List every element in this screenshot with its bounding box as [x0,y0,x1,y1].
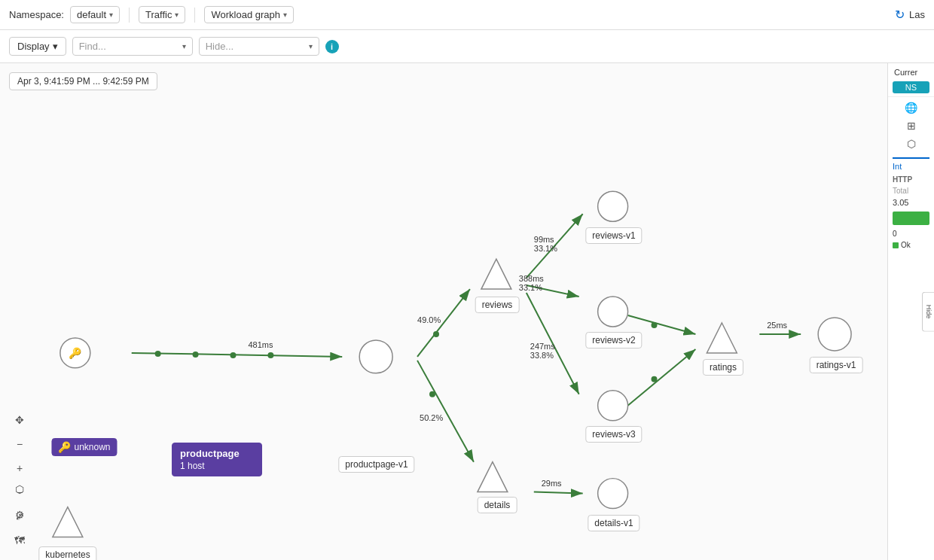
display-button[interactable]: Display ▾ [9,37,66,56]
move-tool-button[interactable]: ✥ [9,409,30,431]
traffic-value: Traffic [145,9,172,20]
graph-type-arrow: ▾ [283,11,287,19]
svg-text:25ms: 25ms [767,321,787,330]
svg-point-33 [359,340,392,373]
settings-icon[interactable]: ⚙ [9,504,30,525]
svg-point-12 [429,391,435,397]
svg-text:247ms: 247ms [530,342,555,351]
svg-text:33.8%: 33.8% [530,351,554,360]
details-label[interactable]: details [478,497,517,513]
total-label: Total [888,185,934,196]
ok-bar [893,212,929,225]
svg-marker-40 [478,462,508,492]
svg-text:99ms: 99ms [534,235,554,244]
svg-text:481ms: 481ms [248,340,273,349]
graph-area[interactable]: Apr 3, 9:41:59 PM ... 9:42:59 PM 481ms [0,63,887,560]
layout-icon[interactable]: ⬡ [9,479,30,500]
svg-point-28 [652,322,658,328]
http-label: HTTP [888,174,934,185]
key-icon: 🔑 [58,441,71,453]
ok-legend-label: Ok [901,241,911,249]
find-placeholder: Find... [79,41,106,52]
unknown-label: unknown [74,442,110,452]
svg-marker-42 [53,507,83,537]
svg-point-9 [433,331,439,337]
svg-marker-34 [481,259,511,289]
svg-point-4 [193,352,199,358]
total-value: 3.05 [888,196,934,208]
globe-icon: 🌐 [905,102,917,114]
productpage-tooltip-sub: 1 host [180,461,254,471]
find-input-container[interactable]: Find... ▾ [72,37,193,56]
divider-1 [129,8,130,23]
ratings-label[interactable]: ratings [703,359,743,376]
ratings-v1-label[interactable]: ratings-v1 [810,357,863,373]
display-arrow: ▾ [53,41,58,52]
graph-type-select[interactable]: Workload graph ▾ [204,6,294,23]
ns-badge: NS [893,81,929,93]
productpage-tooltip-title: productpage [180,448,254,459]
second-toolbar: Display ▾ Find... ▾ Hide... ▾ i [0,30,934,63]
toolbar-right: ↻ Las [895,8,925,22]
details-v1-label[interactable]: details-v1 [588,515,639,531]
svg-point-35 [598,191,628,221]
node-icon: ⬡ [907,138,916,150]
namespace-label: Namespace: [9,9,64,20]
display-label: Display [17,41,50,52]
zero-label: 0 [888,228,934,239]
svg-line-2 [132,353,343,357]
hide-placeholder: Hide... [206,41,234,52]
hide-input-container[interactable]: Hide... ▾ [199,37,319,56]
reviews-label[interactable]: reviews [475,297,520,313]
timestamp-badge: Apr 3, 9:41:59 PM ... 9:42:59 PM [9,72,157,90]
svg-text:33.1%: 33.1% [534,244,557,253]
reviews-v3-label[interactable]: reviews-v3 [585,426,642,443]
refresh-icon[interactable]: ↻ [895,8,905,22]
svg-text:50.2%: 50.2% [420,413,443,422]
traffic-select[interactable]: Traffic ▾ [139,6,185,23]
svg-point-36 [598,297,628,327]
svg-text:49.0%: 49.0% [417,315,441,324]
unknown-node-label[interactable]: 🔑 unknown [51,438,117,456]
productpage-v1-label[interactable]: productpage-v1 [338,456,414,473]
bottom-left-icons: ⬡ ⚙ 🗺 [9,479,30,551]
right-panel: Currer NS 🌐 ⊞ ⬡ Int HTTP Total 3.05 0 Ok… [887,63,934,560]
namespace-value: default [77,9,106,20]
svg-point-39 [818,318,851,351]
minus-button[interactable]: − [9,434,30,455]
svg-marker-38 [707,323,737,353]
current-label: Currer [888,63,934,81]
layers-icon: ⊞ [907,120,916,132]
top-toolbar: Namespace: default ▾ Traffic ▾ Workload … [0,0,934,30]
svg-point-6 [267,352,273,358]
svg-text:388ms: 388ms [519,274,544,283]
reviews-v2-label[interactable]: reviews-v2 [585,332,642,348]
namespace-arrow: ▾ [109,11,113,19]
last-label: Las [909,9,925,20]
svg-point-3 [155,351,161,357]
svg-point-37 [598,391,628,421]
namespace-select[interactable]: default ▾ [70,6,120,23]
zoom-in-button[interactable]: + [9,458,30,479]
svg-line-25 [534,492,583,494]
svg-text:🔑: 🔑 [69,347,82,360]
productpage-tooltip: productpage 1 host [172,443,262,476]
reviews-v1-label[interactable]: reviews-v1 [585,227,642,244]
divider-2 [194,8,195,23]
svg-text:29ms: 29ms [542,479,562,488]
info-icon[interactable]: i [325,40,339,53]
graph-svg: 481ms 49.0% 50.2% 99ms 33.1% 388ms 33.1% [0,63,887,560]
main-area: Apr 3, 9:41:59 PM ... 9:42:59 PM 481ms [0,63,934,560]
svg-point-30 [652,376,658,382]
svg-text:33.1%: 33.1% [519,283,542,292]
int-tab[interactable]: Int [888,159,934,174]
hide-arrow: ▾ [309,42,313,50]
kubernetes-label[interactable]: kubernetes [38,546,96,560]
hide-panel-button[interactable]: Hide [922,292,934,332]
svg-line-29 [628,349,696,406]
graph-type-value: Workload graph [211,9,280,20]
map-icon[interactable]: 🗺 [9,530,30,551]
svg-line-11 [417,361,474,462]
traffic-arrow: ▾ [175,11,179,19]
svg-point-5 [230,352,236,358]
